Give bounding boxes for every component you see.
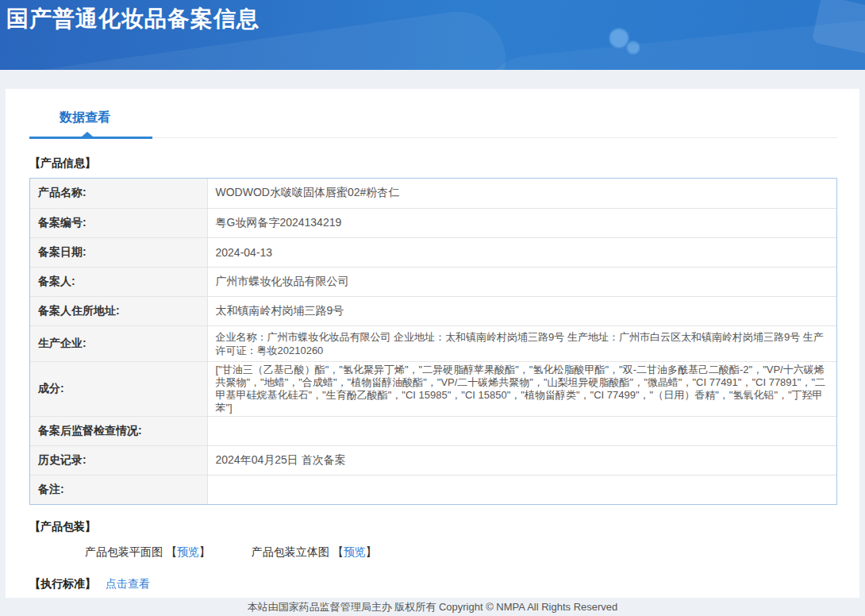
table-row: 产品名称: WODWOD水啵啵固体唇蜜02#粉杏仁 (30, 179, 836, 208)
row-value (207, 475, 836, 504)
flat-packaging-label: 产品包装平面图 (85, 545, 163, 558)
row-value (207, 416, 836, 445)
row-label: 成分: (30, 361, 207, 416)
table-row: 成分: ["甘油三（乙基己酸）酯"，"氢化聚异丁烯"，"二异硬脂醇苹果酸酯"，"… (30, 361, 836, 416)
product-info-heading: 【产品信息】 (29, 156, 837, 171)
row-label: 备案后监督检查情况: (30, 416, 207, 445)
row-label: 备注: (30, 475, 207, 504)
exec-standard-heading: 【执行标准】 (29, 577, 96, 590)
row-value: ["甘油三（乙基己酸）酯"，"氢化聚异丁烯"，"二异硬脂醇苹果酸酯"，"氢化松脂… (207, 361, 836, 416)
product-info-table: 产品名称: WODWOD水啵啵固体唇蜜02#粉杏仁 备案编号: 粤G妆网备字20… (29, 178, 837, 505)
header-decoration-dot (627, 41, 640, 54)
table-row: 备注: (30, 475, 836, 504)
tab-bar: 数据查看 (29, 110, 837, 139)
row-value: 2024年04月25日 首次备案 (207, 445, 836, 475)
row-label: 备案人住所地址: (30, 296, 207, 325)
row-label: 备案人: (30, 267, 207, 296)
table-row: 备案后监督检查情况: (30, 416, 836, 445)
table-row: 备案编号: 粤G妆网备字2024134219 (30, 208, 836, 237)
table-row: 备案人住所地址: 太和镇南岭村岗埔三路9号 (30, 296, 836, 325)
bracket-open: 【 (333, 545, 344, 558)
stereo-preview-link[interactable]: 预览 (344, 545, 366, 558)
footer-text: 本站由国家药品监督管理局主办 版权所有 Copyright © NMPA All… (248, 601, 618, 613)
row-value: WODWOD水啵啵固体唇蜜02#粉杏仁 (207, 179, 836, 208)
table-row: 生产企业: 企业名称：广州市蝶妆化妆品有限公司 企业地址：太和镇南岭村岗埔三路9… (30, 325, 836, 361)
table-row: 历史记录: 2024年04月25日 首次备案 (30, 445, 836, 475)
tab-caret-icon (82, 132, 93, 137)
row-label: 历史记录: (30, 445, 207, 475)
table-row: 备案人: 广州市蝶妆化妆品有限公司 (30, 267, 836, 296)
row-label: 备案编号: (30, 208, 207, 237)
packaging-heading: 【产品包装】 (29, 520, 837, 534)
row-value: 广州市蝶妆化妆品有限公司 (207, 267, 836, 296)
row-value: 太和镇南岭村岗埔三路9号 (207, 296, 836, 325)
tab-underline (29, 137, 837, 139)
bracket-close: 】 (199, 545, 210, 558)
bracket-open: 【 (166, 545, 177, 558)
table-row: 备案日期: 2024-04-13 (30, 237, 836, 267)
exec-standard-row: 【执行标准】 点击查看 (29, 577, 837, 591)
page-header: 国产普通化妆品备案信息 (0, 0, 865, 70)
page-title: 国产普通化妆品备案信息 (0, 0, 865, 34)
row-value: 2024-04-13 (207, 237, 836, 267)
packaging-row: 产品包装平面图 【预览】 产品包装立体图 【预览】 (85, 545, 837, 560)
tab-underline-active (29, 137, 152, 139)
row-value: 企业名称：广州市蝶妆化妆品有限公司 企业地址：太和镇南岭村岗埔三路9号 生产地址… (207, 325, 836, 361)
row-value: 粤G妆网备字2024134219 (207, 208, 836, 237)
stereo-packaging-label: 产品包装立体图 (252, 545, 329, 558)
exec-standard-link[interactable]: 点击查看 (106, 577, 150, 590)
row-label: 备案日期: (30, 237, 207, 267)
bracket-close: 】 (366, 545, 377, 558)
flat-preview-link[interactable]: 预览 (177, 545, 199, 558)
footer: 本站由国家药品监督管理局主办 版权所有 Copyright © NMPA All… (0, 598, 865, 616)
row-label: 生产企业: (30, 325, 207, 361)
content-card: 数据查看 【产品信息】 产品名称: WODWOD水啵啵固体唇蜜02#粉杏仁 备案… (6, 89, 859, 598)
row-label: 产品名称: (30, 179, 207, 208)
